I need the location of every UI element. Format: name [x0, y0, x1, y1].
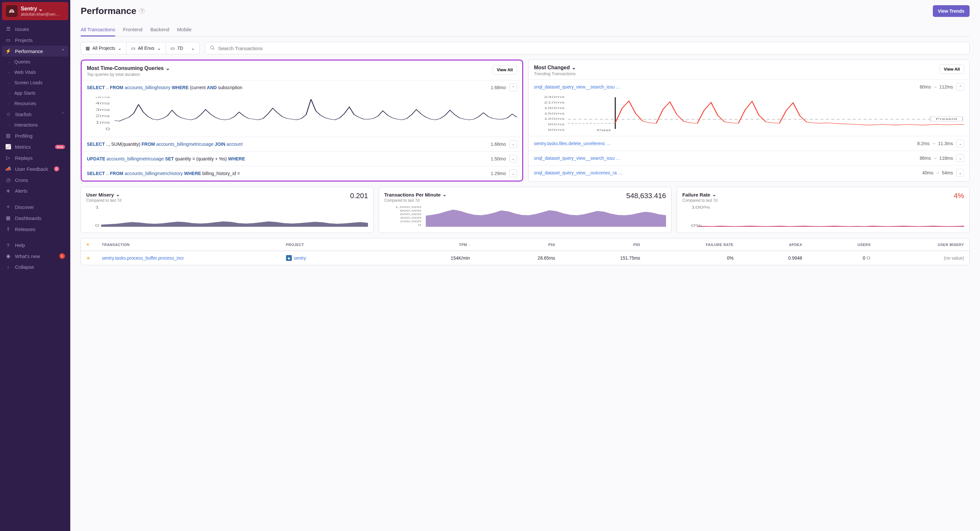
help-icon[interactable]: ?: [139, 8, 145, 14]
search-box[interactable]: [205, 42, 970, 54]
sidebar-item-profiling[interactable]: ▥Profiling: [0, 130, 70, 141]
chevron-down-icon[interactable]: ⌄: [712, 192, 716, 197]
sidebar-item-collapse[interactable]: ‹Collapse: [0, 262, 70, 272]
svg-text:3ms: 3ms: [95, 108, 110, 111]
sidebar-item-discover[interactable]: ✧Discover: [0, 201, 70, 213]
beta-badge: beta: [55, 145, 65, 149]
tab-mobile[interactable]: Mobile: [177, 24, 191, 37]
trend-row-expanded[interactable]: snql_dataset_query_view__search_issu … 8…: [529, 79, 969, 94]
sidebar-item-interactions[interactable]: Interactions: [0, 120, 70, 130]
svg-text:90ms: 90ms: [548, 122, 565, 126]
view-all-button[interactable]: View All: [493, 65, 517, 75]
sidebar-item-projects[interactable]: ▭Projects: [0, 35, 70, 46]
trend-name[interactable]: snql_dataset_query_view__outcomes_ra …: [534, 170, 919, 175]
tab-all-transactions[interactable]: All Transactions: [81, 24, 115, 37]
sidebar-item-user-feedback[interactable]: 📣User FeedbackB: [0, 163, 70, 174]
calendar-icon: ▭: [170, 46, 175, 51]
sidebar-item-metrics[interactable]: 📈Metricsbeta: [0, 141, 70, 152]
chevron-down-icon[interactable]: ⌄: [116, 192, 120, 197]
chevron-down-icon: ⌄: [38, 6, 43, 12]
sidebar-item-label: Resources: [14, 101, 36, 106]
mini-widget-user-misery: User Misery ⌄ Compared to last 7d 0.201 …: [81, 187, 374, 233]
chevron-down-icon[interactable]: ⌄: [509, 155, 517, 163]
sidebar-item-releases[interactable]: ⇪Releases: [0, 224, 70, 235]
search-input[interactable]: [218, 46, 965, 51]
th-project[interactable]: PROJECT: [286, 243, 385, 246]
chevron-down-icon[interactable]: ⌄: [956, 140, 964, 147]
mini-value: 548,633.416: [626, 192, 666, 200]
sidebar-item-dashboards[interactable]: ▦Dashboards: [0, 213, 70, 224]
compass-icon: ✧: [5, 204, 11, 210]
sidebar-item-alerts[interactable]: ⛯Alerts: [0, 186, 70, 196]
env-filter[interactable]: ▭ All Envs ⌄: [127, 42, 166, 54]
star-icon[interactable]: ★: [86, 255, 91, 261]
bolt-icon: ⚡: [5, 48, 11, 54]
trend-row[interactable]: snql_dataset_query_view__search_issu … 8…: [529, 151, 969, 165]
chevron-down-icon[interactable]: ⌄: [572, 64, 576, 71]
trend-row[interactable]: snql_dataset_query_view__outcomes_ra … 4…: [529, 165, 969, 180]
sidebar-item-crons[interactable]: ◷Crons: [0, 174, 70, 186]
tab-frontend[interactable]: Frontend: [123, 24, 143, 37]
chevron-down-icon[interactable]: ⌄: [442, 192, 447, 197]
trend-row[interactable]: sentry.tasks.files.delete_unreferenc … 8…: [529, 136, 969, 151]
org-switcher[interactable]: Sentry ⌄ abdullah.khan@sen…: [2, 2, 68, 20]
query-row[interactable]: UPDATE accounts_billingmetricusage SET q…: [82, 151, 522, 166]
svg-text:60ms: 60ms: [548, 128, 565, 132]
th-apdex[interactable]: APDEX: [736, 243, 802, 246]
sidebar-item-issues[interactable]: ☰Issues: [0, 24, 70, 35]
svg-text:4ms: 4ms: [95, 102, 110, 105]
sidebar-item-label: Performance: [15, 48, 43, 54]
chevron-down-icon[interactable]: ⌄: [165, 65, 170, 71]
chevron-down-icon[interactable]: ⌄: [956, 154, 964, 162]
th-tpm[interactable]: TPM ↓: [388, 243, 470, 246]
sidebar-item-app-starts[interactable]: App Starts: [0, 88, 70, 98]
query-row[interactable]: SELECT .., SUM(quantity) FROM accounts_b…: [82, 137, 522, 151]
sidebar-item-performance[interactable]: ⚡Performance⌃: [2, 46, 68, 57]
mini-title: User Misery: [86, 192, 114, 197]
chevron-down-icon[interactable]: ⌄: [509, 170, 517, 177]
widget-title: Most Time-Consuming Queries: [87, 65, 164, 71]
sidebar-item-help[interactable]: ?Help: [0, 240, 70, 251]
th-failure-rate[interactable]: FAILURE RATE: [643, 243, 734, 246]
query-row-expanded[interactable]: SELECT .. FROM accounts_billinghistory W…: [82, 80, 522, 95]
badge-b: B: [54, 166, 59, 172]
chevron-up-icon[interactable]: ⌃: [509, 84, 517, 91]
transactions-table: ★TRANSACTIONPROJECTTPM ↓P50P95FAILURE RA…: [81, 238, 970, 265]
sidebar-item-web-vitals[interactable]: Web Vitals: [0, 67, 70, 78]
play-icon: ▷: [5, 155, 11, 161]
view-all-button[interactable]: View All: [940, 64, 964, 74]
tab-backend[interactable]: Backend: [150, 24, 169, 37]
chevron-up-icon[interactable]: ⌃: [956, 83, 964, 91]
sidebar-item-screen-loads[interactable]: Screen Loads: [0, 78, 70, 88]
failure-rate-cell: 0%: [643, 255, 734, 261]
tpm-cell: 154K/min: [388, 255, 470, 261]
svg-text:240ms: 240ms: [544, 96, 565, 99]
project-cell[interactable]: ◆sentry: [286, 255, 385, 261]
th-users[interactable]: USERS: [805, 243, 871, 246]
trend-name[interactable]: snql_dataset_query_view__search_issu …: [534, 156, 916, 161]
chevron-down-icon[interactable]: ⌄: [509, 140, 517, 148]
svg-text:180ms: 180ms: [544, 106, 565, 109]
sidebar-item-what-s-new[interactable]: ◉What's new6: [0, 251, 70, 262]
view-trends-button[interactable]: View Trends: [933, 5, 970, 17]
th-transaction[interactable]: TRANSACTION: [102, 243, 283, 246]
chevron-down-icon[interactable]: ⌄: [956, 169, 964, 176]
projects-filter[interactable]: ▦ All Projects ⌄: [81, 42, 127, 54]
sidebar-item-replays[interactable]: ▷Replays: [0, 152, 70, 163]
trend-name[interactable]: sentry.tasks.files.delete_unreferenc …: [534, 141, 914, 146]
query-row[interactable]: SELECT .. FROM accounts_billingmetrichis…: [82, 166, 522, 181]
sidebar-item-queries[interactable]: Queries: [0, 57, 70, 67]
th-user-misery[interactable]: USER MISERY: [873, 243, 964, 246]
transaction-link[interactable]: sentry.tasks.process_buffer.process_incr: [102, 255, 283, 261]
sidebar-item-label: Discover: [15, 204, 34, 210]
table-row[interactable]: ★ sentry.tasks.process_buffer.process_in…: [81, 251, 969, 265]
sidebar-item-starfish[interactable]: ☆Starfish⌃: [0, 109, 70, 120]
mini-widget-failure-rate: Failure Rate ⌄ Compared to last 7d 4% 10…: [677, 187, 970, 233]
th-p50[interactable]: P50: [473, 243, 555, 246]
megaphone-icon: 📣: [5, 166, 11, 172]
sidebar-item-resources[interactable]: Resources: [0, 98, 70, 109]
trend-name[interactable]: snql_dataset_query_view__search_issu …: [534, 84, 916, 89]
th-p95[interactable]: P95: [558, 243, 640, 246]
user-misery-cell: (no value): [873, 255, 964, 261]
period-filter[interactable]: ▭ 7D ⌄: [166, 42, 199, 54]
